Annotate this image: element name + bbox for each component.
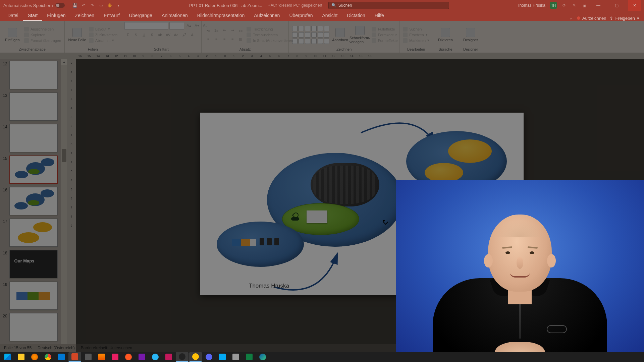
close-button[interactable]: ✕ <box>628 0 641 11</box>
select-button[interactable]: Markieren ▾ <box>403 38 429 43</box>
shape-outline-button[interactable]: Formkontur <box>372 33 398 37</box>
start-button[interactable] <box>1 352 14 362</box>
tab-überprüfen[interactable]: Überprüfen <box>284 11 317 21</box>
taskbar-discord[interactable] <box>203 352 215 362</box>
taskbar-app-1[interactable] <box>82 352 95 362</box>
taskbar-chrome[interactable] <box>42 352 54 362</box>
minimize-button[interactable]: — <box>592 0 605 11</box>
section-button[interactable]: Abschnitt ▾ <box>89 38 117 43</box>
outdent-button[interactable]: ⇤ <box>221 27 228 34</box>
tab-bildschirmpräsentation[interactable]: Bildschirmpräsentation <box>193 11 250 21</box>
scroll-thumb[interactable] <box>62 149 66 162</box>
underline-button[interactable]: U <box>141 32 147 38</box>
taskbar-vlc[interactable] <box>95 352 108 362</box>
thumbnail-image[interactable] <box>307 210 327 223</box>
thumbnail-slide[interactable] <box>9 61 58 89</box>
search-box[interactable]: 🔍 Suchen <box>328 2 449 9</box>
highlight-button[interactable]: 🖍 <box>181 32 187 38</box>
replace-button[interactable]: Ersetzen ▾ <box>403 33 429 37</box>
tab-entwurf[interactable]: Entwurf <box>99 11 124 21</box>
shrink-font-button[interactable]: A▾ <box>194 22 200 29</box>
undo-icon[interactable]: ↶ <box>81 3 86 8</box>
copy-button[interactable]: Kopieren <box>24 33 61 37</box>
thumbnail-row[interactable]: 16 <box>1 187 58 215</box>
paste-button[interactable]: Einfügen <box>3 28 21 42</box>
thumbnail-row[interactable]: 15 <box>1 156 58 184</box>
thumbnail-row[interactable]: 12 <box>1 61 58 89</box>
smartart-button[interactable]: In SmartArt konvertieren <box>247 38 293 43</box>
language-status[interactable]: Deutsch (Österreich) <box>38 346 75 350</box>
user-avatar[interactable]: TH <box>550 2 557 9</box>
maximize-button[interactable]: ▢ <box>610 0 623 11</box>
accessibility-status[interactable]: Barrierefreiheit: Untersuchen <box>81 346 132 350</box>
thumbnail-row[interactable]: 19 <box>1 282 58 310</box>
tab-übergänge[interactable]: Übergänge <box>124 11 157 21</box>
grow-font-button[interactable]: A▴ <box>185 22 192 29</box>
thumbnail-slide[interactable] <box>9 187 58 215</box>
justify-button[interactable]: ≡ <box>229 36 236 43</box>
thumbnail-slide[interactable] <box>9 282 58 310</box>
ellipse-yellow-1[interactable] <box>448 139 492 163</box>
tab-ansicht[interactable]: Ansicht <box>317 11 342 21</box>
designer-button[interactable]: Designer <box>462 28 480 42</box>
thumbnail-slide[interactable] <box>9 219 58 247</box>
tab-aufzeichnen[interactable]: Aufzeichnen <box>249 11 284 21</box>
shapes-gallery[interactable] <box>292 26 329 44</box>
slide-position[interactable]: Folie 15 von 55 <box>4 346 32 350</box>
tab-start[interactable]: Start <box>23 11 43 21</box>
tab-dictation[interactable]: Dictation <box>342 11 370 21</box>
redo-icon[interactable]: ↷ <box>90 3 95 8</box>
bold-button[interactable]: F <box>124 32 131 38</box>
windows-taskbar[interactable] <box>0 352 644 362</box>
italic-button[interactable]: K <box>132 32 139 38</box>
quick-styles-button[interactable]: Schnellform-vorlagen <box>351 26 369 44</box>
tab-einfügen[interactable]: Einfügen <box>42 11 70 21</box>
thumbnail-slide[interactable] <box>9 313 58 341</box>
taskbar-obs[interactable] <box>176 352 189 362</box>
taskbar-app-7[interactable] <box>229 352 242 362</box>
line-spacing-button[interactable]: ↕≡ <box>237 27 244 34</box>
tab-datei[interactable]: Datei <box>3 11 23 21</box>
format-painter-button[interactable]: Format übertragen <box>24 38 61 43</box>
numbering-button[interactable]: 1≡ <box>213 27 220 34</box>
qat-more-icon[interactable]: ▾ <box>116 3 121 8</box>
shape-effects-button[interactable]: Formeffekte <box>372 38 398 43</box>
taskbar-app-3[interactable] <box>122 352 135 362</box>
taskbar-onenote[interactable] <box>136 352 148 362</box>
thumbnail-row[interactable]: 17 <box>1 219 58 247</box>
strike-button[interactable]: S̶ <box>149 32 155 38</box>
scroll-up-button[interactable]: ▲ <box>61 59 67 65</box>
thumbnail-row[interactable]: 13 <box>1 93 58 121</box>
photo-inset[interactable] <box>311 163 379 206</box>
document-title[interactable]: PPT 01 Roter Faden 006 - ab Zoom... <box>189 3 262 8</box>
taskbar-app-4[interactable] <box>162 352 175 362</box>
font-name-select[interactable] <box>124 22 168 29</box>
autosave-toggle[interactable]: Automatisches Speichern <box>3 3 65 8</box>
sync-icon[interactable]: ⟳ <box>561 3 567 8</box>
save-icon[interactable]: 💾 <box>72 3 77 8</box>
taskbar-app-6[interactable] <box>216 352 229 362</box>
toggle-switch[interactable] <box>55 3 65 8</box>
thumbnail-slide[interactable] <box>9 156 58 184</box>
taskbar-powerpoint[interactable] <box>68 352 81 362</box>
present-icon[interactable]: ▭ <box>98 3 104 8</box>
cut-button[interactable]: Ausschneiden <box>24 27 61 32</box>
align-left-button[interactable]: ≡ <box>205 36 212 43</box>
thumbnail-slide[interactable] <box>9 93 58 121</box>
shape-fill-button[interactable]: Fülleffekte <box>372 27 398 32</box>
thumbnail-row[interactable]: 18Our Maps <box>1 250 58 278</box>
taskbar-outlook[interactable] <box>55 352 68 362</box>
taskbar-telegram[interactable] <box>149 352 162 362</box>
dictate-button[interactable]: Diktieren <box>436 28 454 42</box>
taskbar-edge[interactable] <box>256 352 269 362</box>
user-name[interactable]: Thomas Hruska <box>517 3 545 8</box>
thumbnails-scrollbar[interactable]: ▲ ▼ <box>61 59 67 352</box>
taskbar-explorer[interactable] <box>15 352 28 362</box>
thumbnail-slide[interactable] <box>9 124 58 152</box>
case-button[interactable]: Aa <box>173 32 179 38</box>
align-text-button[interactable]: Text ausrichten <box>247 33 293 37</box>
thumbnail-row[interactable]: 14 <box>1 124 58 152</box>
ellipse-yellow-2[interactable] <box>425 163 463 182</box>
columns-button[interactable]: ▥ <box>237 36 244 43</box>
new-slide-button[interactable]: Neue Folie <box>68 28 86 42</box>
